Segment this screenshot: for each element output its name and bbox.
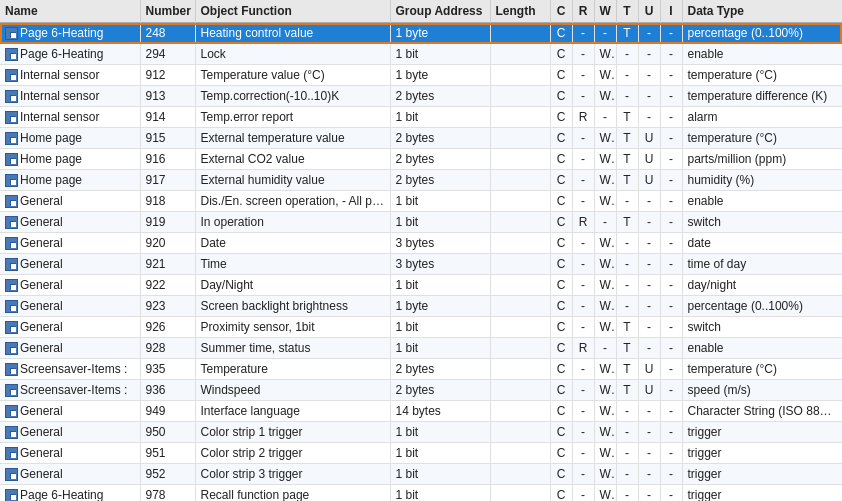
cell-c: C <box>550 191 572 212</box>
cell-u: - <box>638 485 660 502</box>
cell-i: - <box>660 317 682 338</box>
cell-t: T <box>616 317 638 338</box>
cell-function: Lock <box>195 44 390 65</box>
table-row[interactable]: General950Color strip 1 trigger1 bitC-W-… <box>0 422 842 443</box>
cell-function: Temperature value (°C) <box>195 65 390 86</box>
cell-length <box>490 254 550 275</box>
col-header-i[interactable]: I <box>660 0 682 23</box>
col-header-length[interactable]: Length <box>490 0 550 23</box>
cell-w: W <box>594 254 616 275</box>
cell-datatype: alarm <box>682 107 842 128</box>
cell-function: Heating control value <box>195 23 390 44</box>
cell-c: C <box>550 170 572 191</box>
table-row[interactable]: Internal sensor914Temp.error report1 bit… <box>0 107 842 128</box>
table-row[interactable]: General949Interface language14 bytesC-W-… <box>0 401 842 422</box>
cell-r: - <box>572 401 594 422</box>
col-header-u[interactable]: U <box>638 0 660 23</box>
cell-function: Color strip 2 trigger <box>195 443 390 464</box>
cell-function: In operation <box>195 212 390 233</box>
cell-w: W <box>594 443 616 464</box>
cell-number: 921 <box>140 254 195 275</box>
table-row[interactable]: General923Screen backlight brightness1 b… <box>0 296 842 317</box>
cell-t: T <box>616 212 638 233</box>
col-header-datatype[interactable]: Data Type <box>682 0 842 23</box>
cell-number: 935 <box>140 359 195 380</box>
col-header-function[interactable]: Object Function <box>195 0 390 23</box>
col-header-t[interactable]: T <box>616 0 638 23</box>
col-header-name[interactable]: Name <box>0 0 140 23</box>
cell-w: W <box>594 359 616 380</box>
cell-number: 912 <box>140 65 195 86</box>
table-row[interactable]: General919In operation1 bitCR-T--switch <box>0 212 842 233</box>
cell-i: - <box>660 443 682 464</box>
main-table-container: Name Number ▲ Object Function Group Addr… <box>0 0 842 501</box>
cell-u: U <box>638 149 660 170</box>
cell-function: Summer time, status <box>195 338 390 359</box>
col-header-r[interactable]: R <box>572 0 594 23</box>
cell-t: - <box>616 464 638 485</box>
cell-number: 926 <box>140 317 195 338</box>
cell-c: C <box>550 485 572 502</box>
cell-function: Proximity sensor, 1bit <box>195 317 390 338</box>
table-row[interactable]: Screensaver-Items :936Windspeed2 bytesC-… <box>0 380 842 401</box>
table-row[interactable]: Home page917External humidity value2 byt… <box>0 170 842 191</box>
table-row[interactable]: General926Proximity sensor, 1bit1 bitC-W… <box>0 317 842 338</box>
cell-r: - <box>572 23 594 44</box>
cell-group: 1 bit <box>390 443 490 464</box>
table-row[interactable]: Home page915External temperature value2 … <box>0 128 842 149</box>
cell-w: W <box>594 380 616 401</box>
table-row[interactable]: General921Time3 bytesC-W---time of day <box>0 254 842 275</box>
cell-function: Color strip 3 trigger <box>195 464 390 485</box>
table-row[interactable]: General951Color strip 2 trigger1 bitC-W-… <box>0 443 842 464</box>
name-label: Home page <box>20 152 82 166</box>
cell-u: - <box>638 212 660 233</box>
cell-length <box>490 317 550 338</box>
cell-datatype: trigger <box>682 443 842 464</box>
cell-u: - <box>638 233 660 254</box>
table-row[interactable]: General922Day/Night1 bitC-W---day/night <box>0 275 842 296</box>
cell-r: - <box>572 65 594 86</box>
cell-r: - <box>572 254 594 275</box>
table-row[interactable]: Screensaver-Items :935Temperature2 bytes… <box>0 359 842 380</box>
cell-i: - <box>660 191 682 212</box>
cell-name: Internal sensor <box>0 107 140 128</box>
cell-length <box>490 401 550 422</box>
cell-w: W <box>594 149 616 170</box>
col-header-group[interactable]: Group Address <box>390 0 490 23</box>
row-icon <box>5 153 18 166</box>
table-row[interactable]: General920Date3 bytesC-W---date <box>0 233 842 254</box>
table-row[interactable]: Page 6-Heating978Recall function page1 b… <box>0 485 842 502</box>
cell-length <box>490 296 550 317</box>
table-row[interactable]: Internal sensor912Temperature value (°C)… <box>0 65 842 86</box>
table-row[interactable]: General952Color strip 3 trigger1 bitC-W-… <box>0 464 842 485</box>
table-row[interactable]: Internal sensor913Temp.correction(-10..1… <box>0 86 842 107</box>
cell-u: - <box>638 338 660 359</box>
cell-datatype: humidity (%) <box>682 170 842 191</box>
table-row[interactable]: Page 6-Heating294Lock1 bitC-W---enable <box>0 44 842 65</box>
cell-datatype: temperature (°C) <box>682 65 842 86</box>
cell-name: Home page <box>0 170 140 191</box>
cell-i: - <box>660 380 682 401</box>
table-row[interactable]: General918Dis./En. screen operation, - A… <box>0 191 842 212</box>
cell-r: - <box>572 296 594 317</box>
cell-number: 294 <box>140 44 195 65</box>
table-row[interactable]: Page 6-Heating248Heating control value1 … <box>0 23 842 44</box>
cell-function: External CO2 value <box>195 149 390 170</box>
col-header-w[interactable]: W <box>594 0 616 23</box>
col-header-c[interactable]: C <box>550 0 572 23</box>
row-icon <box>5 258 18 271</box>
cell-group: 2 bytes <box>390 380 490 401</box>
row-icon <box>5 111 18 124</box>
cell-function: Recall function page <box>195 485 390 502</box>
table-row[interactable]: General928Summer time, status1 bitCR-T--… <box>0 338 842 359</box>
cell-datatype: Character String (ISO 8859- <box>682 401 842 422</box>
row-icon <box>5 426 18 439</box>
cell-name: General <box>0 443 140 464</box>
col-header-number[interactable]: Number ▲ <box>140 0 195 23</box>
table-row[interactable]: Home page916External CO2 value2 bytesC-W… <box>0 149 842 170</box>
row-icon <box>5 48 18 61</box>
cell-r: - <box>572 359 594 380</box>
cell-r: R <box>572 338 594 359</box>
cell-t: - <box>616 233 638 254</box>
row-icon <box>5 342 18 355</box>
